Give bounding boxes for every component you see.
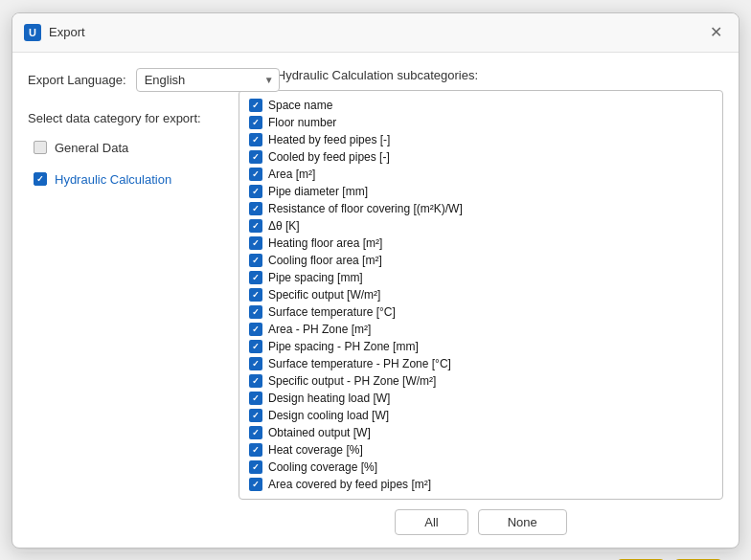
- list-item-label: Specific output [W/m²]: [268, 288, 380, 302]
- hydraulic-checkbox[interactable]: [34, 172, 47, 186]
- checked-icon: [249, 305, 262, 319]
- list-item-label: Specific output - PH Zone [W/m²]: [268, 374, 436, 388]
- checked-icon: [249, 357, 262, 370]
- list-item-label: Pipe spacing [mm]: [268, 271, 363, 284]
- list-item[interactable]: Design cooling load [W]: [243, 407, 718, 424]
- titlebar: U Export ✕: [12, 13, 739, 53]
- general-label: General Data: [55, 141, 128, 155]
- list-item[interactable]: Area - PH Zone [m²]: [243, 321, 718, 338]
- footer: v 4.6 📄 PDF ⬇ 📊 XLS ⬇: [12, 550, 739, 561]
- checked-icon: [249, 340, 262, 353]
- export-window: U Export ✕ Export Language: English Germ…: [11, 12, 740, 549]
- list-item[interactable]: Heating floor area [m²]: [243, 235, 718, 252]
- all-button[interactable]: All: [395, 509, 467, 535]
- app-icon: U: [24, 24, 41, 41]
- checked-icon: [249, 185, 262, 198]
- list-item[interactable]: Specific output - PH Zone [W/m²]: [243, 372, 718, 390]
- checked-icon: [249, 392, 262, 405]
- list-item[interactable]: Pipe spacing [mm]: [243, 269, 718, 286]
- checked-icon: [249, 323, 262, 336]
- list-item-label: Heat coverage [%]: [268, 443, 363, 457]
- list-item[interactable]: Heat coverage [%]: [243, 441, 718, 459]
- hydraulic-label: Hydraulic Calculation: [55, 172, 171, 187]
- right-panel: Select Hydraulic Calculation subcategori…: [239, 68, 723, 535]
- list-item-label: Δθ [K]: [268, 219, 300, 233]
- language-label: Export Language:: [28, 73, 126, 87]
- none-button[interactable]: None: [478, 509, 567, 535]
- language-select[interactable]: English German French Spanish: [136, 68, 280, 92]
- checked-icon: [249, 168, 262, 181]
- list-item[interactable]: Δθ [K]: [243, 217, 718, 235]
- list-item[interactable]: Cooling coverage [%]: [243, 459, 718, 476]
- list-item-label: Floor number: [268, 116, 336, 129]
- list-item[interactable]: Heated by feed pipes [-]: [243, 131, 718, 148]
- list-item[interactable]: Resistance of floor covering [(m²K)/W]: [243, 200, 718, 217]
- list-item-label: Area covered by feed pipes [m²]: [268, 478, 431, 491]
- general-checkbox[interactable]: [34, 141, 47, 154]
- list-item[interactable]: Area covered by feed pipes [m²]: [243, 476, 718, 493]
- subcategory-label: Select Hydraulic Calculation subcategori…: [239, 68, 723, 82]
- category-hydraulic[interactable]: Hydraulic Calculation: [28, 168, 219, 190]
- subcategory-list[interactable]: Space nameFloor numberHeated by feed pip…: [239, 90, 723, 500]
- list-item[interactable]: Space name: [243, 97, 718, 114]
- list-item-label: Area [m²]: [268, 168, 315, 181]
- list-item-label: Design heating load [W]: [268, 392, 390, 405]
- list-item-label: Surface temperature [°C]: [268, 305, 396, 319]
- checked-icon: [249, 426, 262, 439]
- list-item-label: Cooling coverage [%]: [268, 460, 377, 474]
- list-item-label: Resistance of floor covering [(m²K)/W]: [268, 202, 463, 215]
- checked-icon: [249, 288, 262, 302]
- list-item[interactable]: Specific output [W/m²]: [243, 286, 718, 303]
- list-item-label: Heating floor area [m²]: [268, 236, 382, 250]
- checked-icon: [249, 219, 262, 233]
- list-item-label: Design cooling load [W]: [268, 409, 389, 422]
- list-item-label: Pipe spacing - PH Zone [mm]: [268, 340, 419, 353]
- list-item-label: Surface temperature - PH Zone [°C]: [268, 357, 451, 370]
- list-item[interactable]: Cooled by feed pipes [-]: [243, 148, 718, 166]
- list-item[interactable]: Cooling floor area [m²]: [243, 252, 718, 269]
- list-item-label: Cooled by feed pipes [-]: [268, 150, 390, 164]
- checked-icon: [249, 116, 262, 129]
- close-button[interactable]: ✕: [704, 21, 727, 44]
- all-none-buttons: All None: [239, 509, 723, 535]
- checked-icon: [249, 443, 262, 457]
- list-item-label: Area - PH Zone [m²]: [268, 323, 371, 336]
- checked-icon: [249, 478, 262, 491]
- list-item[interactable]: Floor number: [243, 114, 718, 131]
- checked-icon: [249, 460, 262, 474]
- category-general[interactable]: General Data: [28, 137, 219, 159]
- list-item-label: Heated by feed pipes [-]: [268, 133, 390, 146]
- checked-icon: [249, 236, 262, 250]
- list-item[interactable]: Area [m²]: [243, 166, 718, 183]
- checked-icon: [249, 409, 262, 422]
- checked-icon: [249, 99, 262, 112]
- checked-icon: [249, 271, 262, 284]
- left-panel: Export Language: English German French S…: [28, 68, 219, 535]
- list-item[interactable]: Surface temperature - PH Zone [°C]: [243, 355, 718, 372]
- checked-icon: [249, 133, 262, 146]
- list-item-label: Obtained output [W]: [268, 426, 371, 439]
- list-item[interactable]: Obtained output [W]: [243, 424, 718, 441]
- titlebar-left: U Export: [24, 24, 85, 41]
- language-field-group: Export Language: English German French S…: [28, 68, 219, 92]
- checked-icon: [249, 254, 262, 267]
- checked-icon: [249, 374, 262, 388]
- list-item[interactable]: Design heating load [W]: [243, 390, 718, 407]
- list-item[interactable]: Pipe spacing - PH Zone [mm]: [243, 338, 718, 355]
- list-item[interactable]: Surface temperature [°C]: [243, 303, 718, 321]
- list-item-label: Pipe diameter [mm]: [268, 185, 368, 198]
- list-item[interactable]: Pipe diameter [mm]: [243, 183, 718, 200]
- window-title: Export: [49, 25, 85, 39]
- main-content: Export Language: English German French S…: [12, 53, 739, 550]
- language-select-wrapper[interactable]: English German French Spanish ▼: [136, 68, 280, 92]
- list-item-label: Cooling floor area [m²]: [268, 254, 382, 267]
- list-item-label: Space name: [268, 99, 332, 112]
- checked-icon: [249, 202, 262, 215]
- category-section-label: Select data category for export:: [28, 111, 219, 125]
- checked-icon: [249, 150, 262, 164]
